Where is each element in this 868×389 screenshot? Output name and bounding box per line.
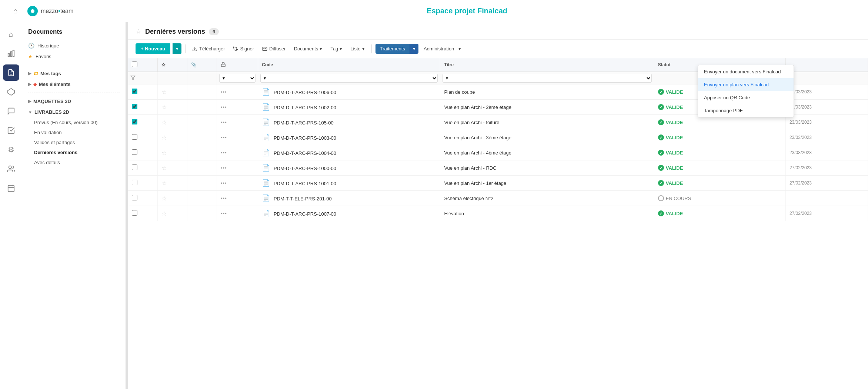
administration-button[interactable]: Administration (421, 44, 457, 54)
row-checkbox[interactable] (132, 104, 137, 109)
sidebar-item-documents[interactable] (3, 64, 19, 81)
table-row: ☆ ••• 📄 PDM-D-T-ARC-PRS-1000-00 Vue en p… (128, 160, 868, 176)
sidebar-sub-en-validation[interactable]: En validation (22, 127, 126, 137)
row-checkbox[interactable] (132, 134, 137, 140)
row-star-icon[interactable]: ☆ (161, 89, 167, 95)
row-star-cell[interactable]: ☆ (158, 176, 187, 191)
documents-button[interactable]: Documents ▾ (291, 44, 326, 54)
sidebar-sub-dernieres-versions[interactable]: Dernières versions (22, 147, 126, 157)
row-check-cell[interactable] (128, 145, 158, 160)
row-star-icon[interactable]: ☆ (161, 165, 167, 171)
sidebar-item-settings[interactable]: ⚙ (3, 142, 19, 158)
sidebar-section-mes-elements[interactable]: ▶ ◆ Mes éléments (22, 79, 126, 90)
traitements-arrow-button[interactable]: ▾ (410, 44, 418, 54)
sidebar-sub-avec-details[interactable]: Avec détails (22, 157, 126, 167)
row-check-cell[interactable] (128, 115, 158, 130)
row-check-cell[interactable] (128, 130, 158, 145)
row-title-cell: Vue en plan Archi - 1er étage (440, 176, 654, 191)
filter-clip-cell (187, 72, 217, 84)
nouveau-button[interactable]: + Nouveau (136, 43, 170, 54)
sidebar-item-home[interactable]: ⌂ (3, 26, 19, 42)
row-dots[interactable]: ••• (221, 165, 227, 171)
lock-filter-select[interactable]: ▾ (219, 74, 256, 83)
dropdown-item-apposer-qr[interactable]: Apposer un QR Code (698, 91, 794, 104)
signer-button[interactable]: Signer (230, 44, 257, 54)
row-check-cell[interactable] (128, 191, 158, 206)
row-clip-cell (187, 100, 217, 115)
row-title: Vue en plan Archi - RDC (444, 165, 496, 171)
svg-marker-13 (131, 76, 135, 80)
sidebar-item-chart[interactable] (3, 45, 19, 61)
row-checkbox[interactable] (132, 89, 137, 94)
liste-button[interactable]: Liste ▾ (347, 44, 367, 54)
sidebar-sub-prevus[interactable]: Prévus (En cours, version 00) (22, 117, 126, 127)
sidebar-item-calendar[interactable] (3, 180, 19, 196)
row-dots[interactable]: ••• (221, 180, 227, 186)
sidebar-item-favoris[interactable]: ★ Favoris (22, 51, 126, 62)
row-check-cell[interactable] (128, 176, 158, 191)
row-star-icon[interactable]: ☆ (161, 119, 167, 126)
status-dot-green: ✓ (658, 104, 664, 110)
row-code-cell: 📄 PDM-D-T-ARC-PRS-1000-00 (258, 160, 440, 176)
dropdown-item-envoyer-document[interactable]: Envoyer un document vers Finalcad (698, 65, 794, 78)
section-star-icon[interactable]: ☆ (136, 27, 141, 36)
nouveau-dropdown-button[interactable]: ▾ (173, 43, 181, 54)
row-star-cell[interactable]: ☆ (158, 206, 187, 221)
sidebar-item-historique[interactable]: 🕐 Historique (22, 40, 126, 51)
chevron-right-icon3: ▶ (28, 99, 31, 104)
row-checkbox[interactable] (132, 210, 137, 216)
row-star-icon[interactable]: ☆ (161, 134, 167, 141)
row-star-cell[interactable]: ☆ (158, 191, 187, 206)
tag-button[interactable]: Tag ▾ (327, 44, 345, 54)
row-star-cell[interactable]: ☆ (158, 145, 187, 160)
row-star-cell[interactable]: ☆ (158, 115, 187, 130)
row-checkbox[interactable] (132, 119, 137, 124)
dropdown-item-tamponnage[interactable]: Tamponnage PDF (698, 104, 794, 117)
dropdown-item-envoyer-plan[interactable]: Envoyer un plan vers Finalcad (698, 78, 794, 91)
sidebar-item-chat[interactable] (3, 103, 19, 119)
row-dots[interactable]: ••• (221, 89, 227, 95)
row-checkbox[interactable] (132, 180, 137, 185)
row-star-icon[interactable]: ☆ (161, 195, 167, 202)
home-icon[interactable]: ⌂ (7, 3, 24, 19)
code-filter-select[interactable]: ▾ (260, 74, 438, 83)
row-dots[interactable]: ••• (221, 211, 227, 216)
sidebar-item-3d[interactable] (3, 84, 19, 100)
traitements-button[interactable]: Traitements (375, 44, 410, 54)
row-star-icon[interactable]: ☆ (161, 104, 167, 110)
row-star-cell[interactable]: ☆ (158, 100, 187, 115)
row-dots[interactable]: ••• (221, 104, 227, 110)
row-dots[interactable]: ••• (221, 150, 227, 156)
row-star-icon[interactable]: ☆ (161, 210, 167, 217)
diffuser-button[interactable]: Diffuser (259, 44, 289, 54)
row-checkbox[interactable] (132, 195, 137, 200)
row-star-cell[interactable]: ☆ (158, 160, 187, 176)
row-dots[interactable]: ••• (221, 196, 227, 201)
row-check-cell[interactable] (128, 160, 158, 176)
col-code-header: Code (258, 58, 440, 72)
row-dots[interactable]: ••• (221, 135, 227, 140)
sidebar-item-users[interactable] (3, 161, 19, 177)
row-star-cell[interactable]: ☆ (158, 130, 187, 145)
row-code: PDM-D-T-ARC-PRS-1003-00 (274, 135, 336, 141)
title-filter-select[interactable]: ▾ (443, 74, 651, 83)
sidebar-section-maquettes[interactable]: ▶ MAQUETTES 3D (22, 96, 126, 107)
select-all-checkbox[interactable] (132, 61, 137, 67)
row-star-icon[interactable]: ☆ (161, 180, 167, 186)
row-date-cell: 27/02/2023 (785, 206, 868, 221)
row-check-cell[interactable] (128, 100, 158, 115)
row-checkbox[interactable] (132, 164, 137, 170)
row-dots[interactable]: ••• (221, 120, 227, 125)
row-check-cell[interactable] (128, 84, 158, 100)
row-checkbox[interactable] (132, 149, 137, 155)
sidebar-section-livrables[interactable]: ▼ LIVRABLES 2D (22, 107, 126, 117)
row-check-cell[interactable] (128, 206, 158, 221)
sidebar-sub-valides[interactable]: Validés et partagés (22, 137, 126, 147)
telecharger-button[interactable]: Télécharger (189, 44, 228, 54)
sidebar-section-mes-tags[interactable]: ▶ 🏷 Mes tags (22, 68, 126, 79)
administration-arrow-button[interactable]: ▾ (457, 44, 463, 54)
sidebar-item-tasks[interactable] (3, 122, 19, 139)
row-star-cell[interactable]: ☆ (158, 84, 187, 100)
row-star-icon[interactable]: ☆ (161, 150, 167, 156)
traitements-dropdown-menu: Envoyer un document vers Finalcad Envoye… (698, 65, 794, 117)
